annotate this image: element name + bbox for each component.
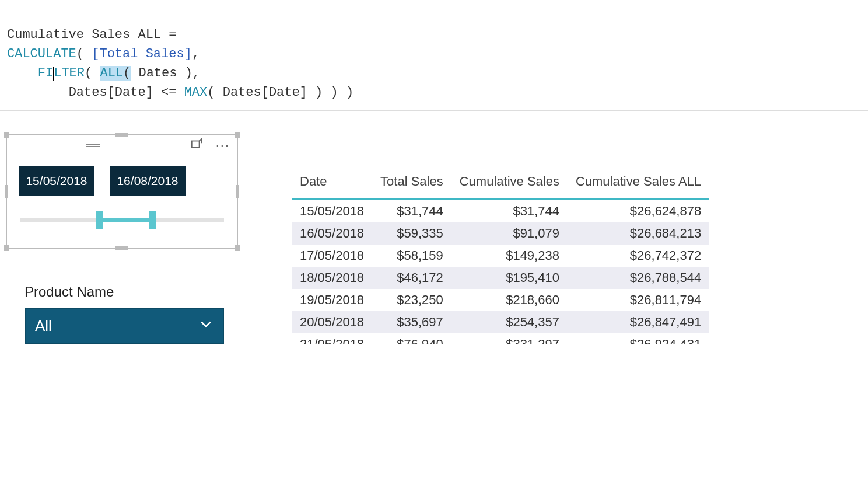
- cell-cumulative: $91,079: [452, 222, 568, 245]
- slicer-start-date[interactable]: 15/05/2018: [19, 166, 94, 196]
- header-total-sales[interactable]: Total Sales: [372, 169, 452, 200]
- slicer-end-date[interactable]: 16/08/2018: [110, 166, 186, 196]
- drag-grip-icon[interactable]: [86, 144, 100, 147]
- total-sales-ref-token: [Total Sales]: [92, 47, 192, 61]
- table-row[interactable]: 16/05/2018$59,335$91,079$26,684,213: [292, 222, 709, 245]
- table-row[interactable]: 20/05/2018$35,697$254,357$26,847,491: [292, 311, 709, 333]
- header-cumulative-sales[interactable]: Cumulative Sales: [452, 169, 568, 200]
- filter-fn-token-end: TER: [61, 66, 85, 81]
- product-selected-value: All: [35, 317, 52, 335]
- chevron-down-icon: [198, 316, 214, 336]
- resize-handle-tl[interactable]: [4, 132, 9, 138]
- cell-cumulative-all: $26,742,372: [568, 245, 709, 267]
- cell-cumulative: $195,410: [452, 267, 568, 289]
- resize-handle-top[interactable]: [116, 133, 128, 137]
- cell-total: $76,940: [372, 333, 452, 344]
- cell-date: 21/05/2018: [292, 333, 372, 344]
- calculate-fn-token: CALCULATE: [7, 47, 76, 61]
- slider-thumb-end[interactable]: [149, 211, 156, 229]
- table-row[interactable]: 15/05/2018$31,744$31,744$26,624,878: [292, 200, 709, 223]
- measure-name-token: Cumulative Sales ALL: [7, 27, 161, 42]
- cell-total: $23,250: [372, 289, 452, 311]
- report-canvas[interactable]: ··· 15/05/2018 16/08/2018 Product Name A…: [0, 111, 868, 344]
- slider-thumb-start[interactable]: [96, 211, 103, 229]
- results-table-visual[interactable]: Date Total Sales Cumulative Sales Cumula…: [292, 169, 709, 344]
- cell-total: $59,335: [372, 222, 452, 245]
- filter-fn-token-mid: L: [54, 66, 61, 81]
- cell-cumulative-all: $26,684,213: [568, 222, 709, 245]
- cell-cumulative: $149,238: [452, 245, 568, 267]
- slider-track-fill: [96, 218, 149, 222]
- cell-date: 19/05/2018: [292, 289, 372, 311]
- cell-date: 20/05/2018: [292, 311, 372, 333]
- cell-total: $46,172: [372, 267, 452, 289]
- more-options-icon[interactable]: ···: [216, 139, 230, 152]
- cell-cumulative-all: $26,811,794: [568, 289, 709, 311]
- table-row[interactable]: 17/05/2018$58,159$149,238$26,742,372: [292, 245, 709, 267]
- resize-handle-left[interactable]: [5, 185, 8, 198]
- cell-cumulative-all: $26,788,544: [568, 267, 709, 289]
- product-name-slicer: Product Name All: [24, 284, 224, 344]
- product-dropdown[interactable]: All: [24, 308, 224, 344]
- cell-date: 17/05/2018: [292, 245, 372, 267]
- cell-total: $35,697: [372, 311, 452, 333]
- all-fn-token: ALL: [100, 66, 123, 81]
- cell-date: 15/05/2018: [292, 200, 372, 223]
- max-fn-token: MAX: [184, 85, 208, 100]
- resize-handle-bottom[interactable]: [116, 246, 128, 250]
- paren-open-highlight: (: [123, 66, 131, 81]
- cell-cumulative: $31,744: [452, 200, 568, 223]
- dates-table-token: Dates: [138, 66, 177, 81]
- cell-cumulative: $254,357: [452, 311, 568, 333]
- cell-date: 16/05/2018: [292, 222, 372, 245]
- cell-total: $31,744: [372, 200, 452, 223]
- filter-fn-token-pre: FI: [38, 66, 53, 81]
- header-date[interactable]: Date: [292, 169, 372, 200]
- cell-cumulative-all: $26,847,491: [568, 311, 709, 333]
- lte-op-token: <=: [161, 85, 176, 100]
- focus-mode-icon[interactable]: [190, 138, 203, 153]
- resize-handle-br[interactable]: [235, 245, 240, 251]
- resize-handle-right[interactable]: [236, 185, 239, 198]
- table-header-row: Date Total Sales Cumulative Sales Cumula…: [292, 169, 709, 200]
- dax-formula-bar[interactable]: Cumulative Sales ALL = CALCULATE( [Total…: [0, 0, 868, 111]
- date-slicer-visual[interactable]: ··· 15/05/2018 16/08/2018: [6, 134, 238, 249]
- cell-total: $58,159: [372, 245, 452, 267]
- table-row[interactable]: 18/05/2018$46,172$195,410$26,788,544: [292, 267, 709, 289]
- svg-rect-0: [191, 141, 199, 148]
- resize-handle-tr[interactable]: [235, 132, 240, 138]
- date-range-slider[interactable]: [20, 212, 224, 228]
- cell-cumulative: $218,660: [452, 289, 568, 311]
- cell-cumulative-all: $26,924,431: [568, 333, 709, 344]
- table-row[interactable]: 21/05/2018$76,940$331,297$26,924,431: [292, 333, 709, 344]
- cell-cumulative-all: $26,624,878: [568, 200, 709, 223]
- dates-date-col-token-right: Dates[Date]: [223, 85, 307, 100]
- header-cumulative-sales-all[interactable]: Cumulative Sales ALL: [568, 169, 709, 200]
- product-slicer-label: Product Name: [24, 284, 224, 300]
- dates-date-col-token-left: Dates[Date]: [69, 85, 153, 100]
- table-row[interactable]: 19/05/2018$23,250$218,660$26,811,794: [292, 289, 709, 311]
- resize-handle-bl[interactable]: [4, 245, 9, 251]
- cell-date: 18/05/2018: [292, 267, 372, 289]
- cell-cumulative: $331,297: [452, 333, 568, 344]
